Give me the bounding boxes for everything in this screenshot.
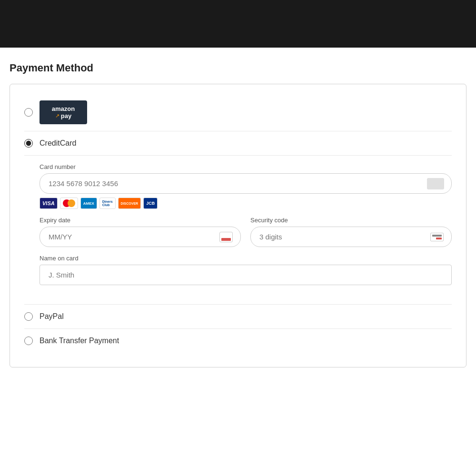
expiry-label: Expiry date xyxy=(40,217,241,224)
mc-circles xyxy=(63,199,75,207)
cvv-card-icon xyxy=(429,232,445,242)
page-wrapper: Payment Method amazon ↗ pay xyxy=(0,48,476,476)
cvv-stripe xyxy=(432,235,442,237)
amazon-pay-radio[interactable] xyxy=(24,108,33,117)
cvv-input[interactable] xyxy=(250,227,452,247)
creditcard-form: Card number VISA AMEX xyxy=(24,163,452,285)
security-group: Security code xyxy=(250,217,452,247)
other-payment-options: PayPal Bank Transfer Payment xyxy=(24,304,452,353)
visa-icon: VISA xyxy=(40,198,58,209)
expiry-input[interactable] xyxy=(40,227,241,247)
creditcard-section: CreditCard Card number VISA xyxy=(24,131,452,297)
amazon-bottom-row: ↗ pay xyxy=(55,112,71,119)
card-number-input[interactable] xyxy=(40,173,452,194)
cal-red-bar xyxy=(221,238,231,241)
expiry-wrapper xyxy=(40,227,241,247)
amazon-top-row: amazon xyxy=(52,105,75,112)
expiry-group: Expiry date xyxy=(40,217,241,247)
creditcard-radio[interactable] xyxy=(24,139,33,148)
paypal-label: PayPal xyxy=(40,312,64,321)
amex-icon: AMEX xyxy=(80,198,97,209)
name-input[interactable] xyxy=(40,265,452,285)
pay-text: pay xyxy=(61,112,71,119)
expiry-calendar-icon xyxy=(218,232,234,242)
payment-methods-container: amazon ↗ pay CreditCard Card number xyxy=(10,84,466,367)
diners-icon: DinersClub xyxy=(99,198,116,209)
paypal-option: PayPal xyxy=(24,305,452,329)
mastercard-icon xyxy=(60,198,78,209)
card-brands-row: VISA AMEX DinersClub DISCOVER JCB xyxy=(40,198,452,209)
page-title: Payment Method xyxy=(10,62,466,74)
bank-transfer-label: Bank Transfer Payment xyxy=(40,337,119,345)
amazon-pay-logo: amazon ↗ pay xyxy=(40,100,87,124)
creditcard-label: CreditCard xyxy=(40,139,76,148)
expiry-security-row: Expiry date Security code xyxy=(40,217,452,255)
amazon-text: amazon xyxy=(52,105,75,112)
card-number-wrapper xyxy=(40,173,452,194)
creditcard-header: CreditCard xyxy=(24,139,452,156)
jcb-icon: JCB xyxy=(143,198,158,209)
card-icon xyxy=(427,178,444,189)
cvv-wrapper xyxy=(250,227,452,247)
card-number-label: Card number xyxy=(40,163,452,170)
name-group: Name on card xyxy=(40,255,452,285)
bank-transfer-option: Bank Transfer Payment xyxy=(24,329,452,353)
amazon-arrow-icon: ↗ xyxy=(55,113,60,119)
cvv-icon-shape xyxy=(430,233,444,241)
cvv-red-bar xyxy=(436,238,442,239)
name-label: Name on card xyxy=(40,255,452,262)
cal-red-icon xyxy=(219,232,233,242)
bank-transfer-radio[interactable] xyxy=(24,337,33,345)
card-number-group: Card number VISA AMEX xyxy=(40,163,452,209)
paypal-radio[interactable] xyxy=(24,312,33,321)
mc-right xyxy=(68,199,75,207)
security-label: Security code xyxy=(250,217,452,224)
amazon-pay-option: amazon ↗ pay xyxy=(24,94,452,131)
discover-icon: DISCOVER xyxy=(118,198,141,209)
amazon-logo-inner: amazon ↗ pay xyxy=(52,105,75,119)
